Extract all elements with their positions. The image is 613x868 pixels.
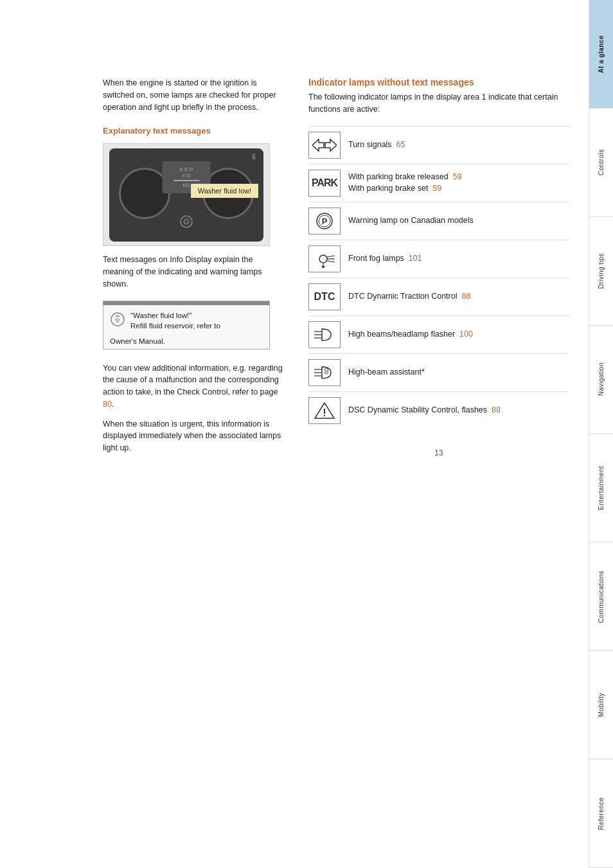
sidebar-section-at-a-glance[interactable]: At a glance <box>589 0 613 109</box>
indicator-row-turn-signals: Turn signals 65 <box>308 126 569 164</box>
sidebar-section-communications[interactable]: Communications <box>589 542 613 651</box>
park-brake-text: With parking brake released 59 With park… <box>348 172 569 194</box>
sidebar-section-navigation[interactable]: Navigation <box>589 326 613 434</box>
info-display-messages: "Washer fluid low!" Refill fluid reservo… <box>130 310 263 331</box>
indicator-row-high-beam-assistant: High-beam assistant* <box>308 353 569 391</box>
sidebar-label-at-a-glance: At a glance <box>598 35 605 73</box>
info-display-content: "Washer fluid low!" Refill fluid reservo… <box>103 305 269 336</box>
sidebar-label-controls: Controls <box>598 149 605 175</box>
sidebar-section-controls[interactable]: Controls <box>589 109 613 217</box>
left-column: When the engine is started or the igniti… <box>103 77 283 842</box>
dsc-link[interactable]: 88 <box>492 405 501 414</box>
front-fog-text: Front fog lamps 101 <box>348 253 569 265</box>
right-column: Indicator lamps without text messages Th… <box>308 77 569 842</box>
info-message-quote: "Washer fluid low!" <box>130 310 263 321</box>
dtc-link[interactable]: 88 <box>461 292 470 301</box>
warning-canadian-text: Warning lamp on Canadian models <box>348 215 569 227</box>
intro-text: When the engine is started or the igniti… <box>103 77 283 113</box>
park-released-link[interactable]: 59 <box>453 172 462 181</box>
high-beam-assistant-text: High-beam assistant* <box>348 367 569 378</box>
dtc-label: DTC <box>314 291 335 303</box>
indicator-row-park-brake: PARK With parking brake released 59 With… <box>308 164 569 202</box>
svg-point-23 <box>324 414 325 416</box>
right-intro: The following indicator lamps in the dis… <box>308 91 569 116</box>
sidebar-section-driving-tips[interactable]: Driving tips <box>589 217 613 326</box>
svg-line-11 <box>327 261 335 262</box>
sidebar-section-entertainment[interactable]: Entertainment <box>589 434 613 543</box>
sidebar-label-reference: Reference <box>598 797 605 830</box>
sidebar-label-mobility: Mobility <box>598 693 605 717</box>
caption-text: Text messages on Info Display explain th… <box>103 254 283 290</box>
page-container: When the engine is started or the igniti… <box>0 0 613 868</box>
sidebar: At a glance Controls Driving tips Naviga… <box>589 0 613 868</box>
indicator-row-dsc: DSC Dynamic Stability Control, flashes 8… <box>308 391 569 429</box>
instrument-cluster-image: 7 ≡ II P ≡ D M1 6 <box>103 143 270 246</box>
sidebar-section-mobility[interactable]: Mobility <box>589 651 613 759</box>
sidebar-label-communications: Communications <box>598 571 605 623</box>
svg-point-8 <box>319 255 327 263</box>
right-heading: Indicator lamps without text messages <box>308 77 569 87</box>
turn-signals-text: Turn signals 65 <box>348 139 569 151</box>
main-content: When the engine is started or the igniti… <box>0 0 589 868</box>
indicator-row-front-fog: Front fog lamps 101 <box>308 240 569 278</box>
svg-marker-3 <box>312 139 324 151</box>
info-display-footer: Owner's Manual. <box>103 336 269 349</box>
front-fog-icon-box <box>308 245 341 272</box>
front-fog-link[interactable]: 101 <box>409 254 422 263</box>
high-beam-assistant-asterisk: * <box>422 368 425 376</box>
turn-signals-icon-box <box>308 132 341 159</box>
svg-point-20 <box>325 368 328 371</box>
page-number: 13 <box>308 448 569 457</box>
explanatory-heading: Explanatory text messages <box>103 126 283 136</box>
indicator-row-warning-canadian: P Warning lamp on Canadian models <box>308 202 569 240</box>
cluster-gear <box>179 215 193 232</box>
high-beam-flasher-link[interactable]: 100 <box>459 330 473 339</box>
svg-marker-13 <box>321 266 325 269</box>
page-80-link[interactable]: 80 <box>103 400 112 409</box>
high-beam-assistant-icon-box <box>308 359 341 386</box>
park-set-link[interactable]: 59 <box>432 184 441 193</box>
dsc-text: DSC Dynamic Stability Control, flashes 8… <box>348 405 569 416</box>
sidebar-section-reference[interactable]: Reference <box>589 759 613 868</box>
park-label: PARK <box>312 177 337 189</box>
svg-text:P: P <box>322 217 328 226</box>
svg-marker-4 <box>325 139 337 151</box>
indicator-row-dtc: DTC DTC Dynamic Traction Control 88 <box>308 278 569 315</box>
warning-canadian-icon-box: P <box>308 208 341 235</box>
sidebar-label-entertainment: Entertainment <box>598 466 605 510</box>
high-beam-flasher-text: High beams/headlamp flasher 100 <box>348 329 569 341</box>
dtc-icon-box: DTC <box>308 283 341 310</box>
washer-icon <box>110 312 125 330</box>
washer-alert: Washer fluid low! <box>191 184 258 198</box>
sidebar-label-driving-tips: Driving tips <box>598 253 605 288</box>
park-brake-icon-box: PARK <box>308 170 341 197</box>
info-display-box: "Washer fluid low!" Refill fluid reservo… <box>103 301 270 350</box>
indicator-list: Turn signals 65 PARK With parking brake … <box>308 126 569 429</box>
sidebar-label-navigation: Navigation <box>598 362 605 396</box>
additional-text-1: You can view additional information, e.g… <box>103 362 283 411</box>
turn-signals-link[interactable]: 65 <box>396 140 405 149</box>
dsc-icon-box <box>308 397 341 424</box>
additional-text-2: When the situation is urgent, this infor… <box>103 418 283 454</box>
indicator-row-high-beam-flasher: High beams/headlamp flasher 100 <box>308 315 569 353</box>
info-message-instruction: Refill fluid reservoir, refer to <box>130 321 263 331</box>
dtc-text: DTC Dynamic Traction Control 88 <box>348 291 569 303</box>
svg-line-9 <box>327 256 335 257</box>
svg-point-1 <box>184 220 188 224</box>
high-beam-flasher-icon-box <box>308 321 341 348</box>
svg-point-0 <box>181 216 192 227</box>
cluster-inner: 7 ≡ II P ≡ D M1 6 <box>109 148 263 242</box>
